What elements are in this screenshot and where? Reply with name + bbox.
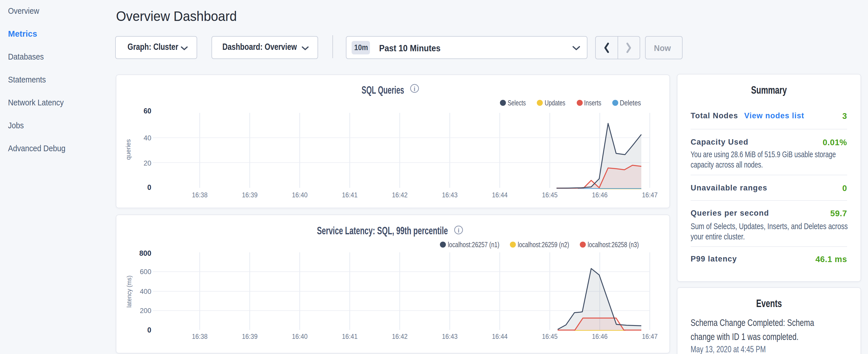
svg-text:i: i	[458, 227, 459, 234]
svg-text:16:40: 16:40	[292, 332, 308, 340]
svg-text:16:42: 16:42	[392, 332, 408, 340]
svg-text:600: 600	[140, 268, 151, 276]
svg-text:16:45: 16:45	[542, 191, 558, 199]
svg-text:Inserts: Inserts	[584, 99, 601, 107]
svg-text:16:47: 16:47	[642, 332, 658, 340]
svg-text:SQL Queries: SQL Queries	[362, 84, 404, 96]
svg-text:16:44: 16:44	[492, 332, 508, 340]
svg-text:16:38: 16:38	[192, 332, 208, 340]
svg-text:16:47: 16:47	[642, 191, 658, 199]
svg-text:16:41: 16:41	[342, 332, 358, 340]
svg-text:20: 20	[144, 159, 151, 167]
svg-text:Updates: Updates	[545, 99, 565, 107]
svg-text:0: 0	[147, 183, 151, 191]
svg-text:16:46: 16:46	[592, 332, 608, 340]
svg-text:40: 40	[144, 134, 151, 142]
svg-text:queries: queries	[125, 139, 132, 160]
svg-text:16:42: 16:42	[392, 191, 408, 199]
svg-text:Selects: Selects	[508, 99, 526, 107]
svg-text:800: 800	[139, 249, 151, 257]
svg-text:16:43: 16:43	[442, 191, 458, 199]
svg-text:16:44: 16:44	[492, 191, 508, 199]
svg-text:Deletes: Deletes	[620, 99, 641, 107]
svg-text:16:39: 16:39	[242, 191, 258, 199]
svg-text:16:38: 16:38	[192, 191, 208, 199]
svg-text:0: 0	[147, 326, 151, 334]
svg-text:latency (ms): latency (ms)	[125, 276, 133, 308]
svg-text:localhost:26258 (n3): localhost:26258 (n3)	[588, 240, 639, 249]
svg-text:16:40: 16:40	[292, 191, 308, 199]
svg-text:localhost:26257 (n1): localhost:26257 (n1)	[448, 240, 499, 249]
svg-text:60: 60	[144, 107, 151, 115]
svg-text:16:43: 16:43	[442, 332, 458, 340]
svg-text:16:39: 16:39	[242, 332, 258, 340]
svg-text:16:46: 16:46	[592, 191, 608, 199]
svg-text:16:41: 16:41	[342, 191, 358, 199]
svg-text:Service Latency: SQL, 99th per: Service Latency: SQL, 99th percentile	[317, 225, 448, 236]
svg-text:400: 400	[140, 288, 151, 295]
svg-text:16:45: 16:45	[542, 332, 558, 340]
svg-text:localhost:26259 (n2): localhost:26259 (n2)	[518, 240, 569, 249]
svg-text:i: i	[414, 85, 415, 93]
svg-text:200: 200	[140, 307, 151, 315]
